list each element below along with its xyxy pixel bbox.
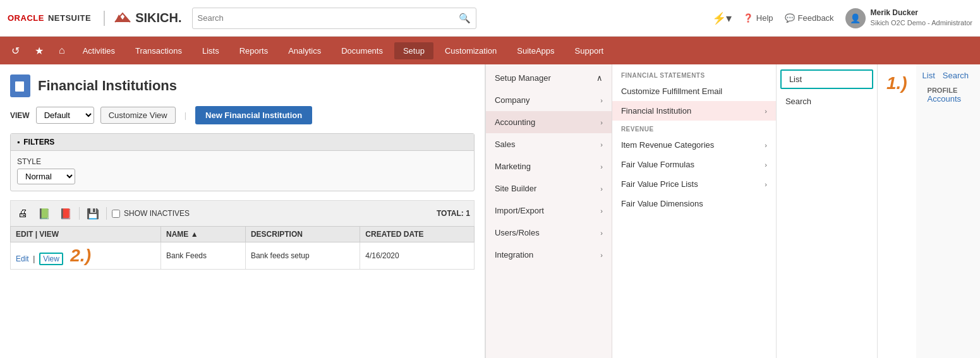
filters-section: ▪ FILTERS STYLE Normal [10,133,475,191]
view-link[interactable]: View [39,253,63,265]
customize-fulfillment-label: Customize Fulfillment Email [621,87,722,96]
help-icon: ❓ [743,13,753,23]
row-name-cell: Bank Feeds [160,242,245,270]
submenu-customize-fulfillment[interactable]: Customize Fulfillment Email [612,81,776,101]
nav-item-activities[interactable]: Activities [74,42,124,59]
page-title-row: Financial Institutions [10,75,475,97]
financial-institution-arrow-icon: › [765,107,767,115]
row-description-cell: Bank feeds setup [245,242,360,270]
nav-home-icon[interactable]: ⌂ [52,41,71,60]
feedback-label: Feedback [798,13,834,23]
data-table: EDIT | VIEW NAME ▲ DESCRIPTION CREATED D… [10,226,475,270]
header-actions: ⚡▾ ❓ Help 💬 Feedback 👤 Merik Ducker Siki… [712,8,972,28]
accounts-label: PROFILE Accounts [923,84,974,106]
view-row: VIEW Default Customize View | New Financ… [10,106,475,124]
submenu-financial-institution[interactable]: Financial Institution › [612,101,776,121]
customize-view-button[interactable]: Customize View [100,107,176,124]
nav-shortcut-button[interactable]: ⚡▾ [712,11,732,25]
toolbar-separator-2 [106,207,107,220]
col-edit-view: EDIT | VIEW [11,227,161,242]
menu-item-sales[interactable]: Sales › [486,133,612,155]
list-link-right[interactable]: List [923,71,935,80]
menu-item-integration[interactable]: Integration › [486,244,612,266]
submenu-fair-value-price-lists[interactable]: Fair Value Price Lists › [612,174,776,194]
nav-favorites-icon[interactable]: ★ [28,41,50,61]
nav-item-support[interactable]: Support [566,42,613,59]
col-name: NAME ▲ [160,227,245,242]
integration-arrow-icon: › [600,251,603,259]
nav-item-customization[interactable]: Customization [436,42,505,59]
show-inactives-text: SHOW INACTIVES [124,209,190,218]
separator: | [185,110,186,120]
nav-item-analytics[interactable]: Analytics [279,42,330,59]
setup-menu: Setup Manager ∧ Company › Accounting › S… [486,64,612,358]
nav-item-transactions[interactable]: Transactions [126,42,191,59]
feedback-icon: 💬 [785,13,795,23]
show-inactives-label[interactable]: SHOW INACTIVES [112,209,190,218]
page-title: Financial Institutions [38,78,177,94]
submenu-item-revenue-categories[interactable]: Item Revenue Categories › [612,135,776,155]
feedback-section[interactable]: 💬 Feedback [785,13,834,23]
search-input[interactable] [198,13,459,23]
pdf-icon[interactable]: 📕 [57,206,74,221]
step-number-1: 1.) [878,68,916,98]
nav-item-documents[interactable]: Documents [332,42,392,59]
sikich-text: SIKICH. [135,11,181,25]
save-icon[interactable]: 💾 [85,206,101,221]
menu-item-users-roles[interactable]: Users/Roles › [486,222,612,244]
top-header: ORACLE NETSUITE SIKICH. 🔍 ⚡▾ ❓ Help 💬 Fe… [0,0,980,37]
nav-history-icon[interactable]: ↺ [5,41,26,61]
company-arrow-icon: › [600,97,603,104]
user-name: Merik Ducker [871,8,972,18]
filters-label: FILTERS [23,138,54,146]
table-row: Edit | View 2.) Bank Feeds Bank feeds se… [11,242,475,270]
left-panel: Financial Institutions VIEW Default Cust… [0,64,485,358]
user-section[interactable]: 👤 Merik Ducker Sikich O2C Demo - Adminis… [845,8,972,28]
menu-item-import-export[interactable]: Import/Export › [486,200,612,222]
filter-collapse-icon[interactable]: ▪ [17,138,20,146]
nav-item-suiteapps[interactable]: SuiteApps [508,42,563,59]
users-roles-arrow-icon: › [600,229,603,237]
row-created-date-cell: 4/16/2020 [360,242,475,270]
fair-value-price-lists-label: Fair Value Price Lists [621,179,698,189]
style-label: STYLE [17,157,75,166]
setup-manager-item[interactable]: Setup Manager ∧ [486,67,612,89]
excel-icon[interactable]: 📗 [36,206,52,221]
menu-item-company[interactable]: Company › [486,89,612,111]
fi-submenu: List Search [777,64,878,358]
view-select[interactable]: Default [36,107,94,124]
submenu-fair-value-formulas[interactable]: Fair Value Formulas › [612,155,776,174]
search-bar[interactable]: 🔍 [192,8,476,29]
accounting-arrow-icon: › [600,119,603,126]
accounting-label: Accounting [495,117,535,127]
search-link-right[interactable]: Search [943,71,969,80]
site-builder-arrow-icon: › [600,185,603,193]
menu-item-marketing[interactable]: Marketing › [486,155,612,177]
filters-body: STYLE Normal [11,151,474,191]
profile-label: PROFILE [928,87,969,94]
edit-link[interactable]: Edit [16,254,29,263]
submenu-fair-value-dimensions[interactable]: Fair Value Dimensions [612,194,776,213]
users-roles-label: Users/Roles [495,228,540,237]
nav-item-setup[interactable]: Setup [394,42,433,59]
menu-item-site-builder[interactable]: Site Builder › [486,177,612,200]
sikich-logo: SIKICH. [104,11,181,26]
integration-label: Integration [495,250,533,260]
financial-statements-label: FINANCIAL STATEMENTS [612,67,776,81]
show-inactives-checkbox[interactable] [112,210,120,218]
nav-item-lists[interactable]: Lists [193,42,228,59]
view-label: VIEW [10,111,30,120]
fi-list-item[interactable]: List [780,69,873,89]
accounting-submenu: FINANCIAL STATEMENTS Customize Fulfillme… [612,64,777,358]
accounts-right-panel: List Search PROFILE Accounts [916,64,980,358]
print-icon[interactable]: 🖨 [15,206,31,221]
fair-value-dimensions-label: Fair Value Dimensions [621,199,703,208]
fi-search-item[interactable]: Search [777,92,877,111]
menu-item-accounting[interactable]: Accounting › [486,111,612,133]
style-select[interactable]: Normal [17,169,75,184]
user-subtitle: Sikich O2C Demo - Administrator [871,18,972,28]
company-label: Company [495,95,530,105]
nav-item-reports[interactable]: Reports [231,42,277,59]
new-financial-institution-button[interactable]: New Financial Institution [195,106,312,124]
help-section[interactable]: ❓ Help [743,13,773,23]
